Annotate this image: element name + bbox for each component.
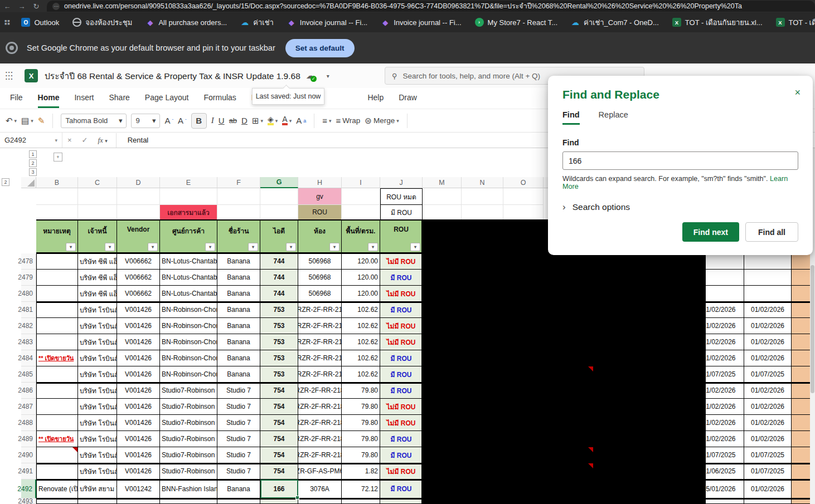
cell-G2[interactable] [260, 205, 298, 220]
cell-D2490[interactable]: V001426 [117, 447, 160, 463]
cell-E2479[interactable]: BN-Lotus-Chantabu [160, 270, 217, 286]
name-box[interactable]: G2492▾ [0, 133, 62, 148]
app-launcher-icon[interactable]: ••••••••• [6, 71, 17, 81]
site-info-icon[interactable]: ⋯ [52, 3, 60, 10]
cell-I2486[interactable]: 79.80 [342, 383, 380, 399]
cell-J2480[interactable]: ไม่มี ROU [380, 286, 423, 302]
row-header-2481[interactable]: 2481 [21, 302, 36, 318]
cell-G2490[interactable]: 754 [260, 447, 298, 463]
filter-button[interactable]: ▾ [329, 243, 339, 251]
bookmark-item[interactable]: ◆Invoice journal -- Fi... [381, 18, 461, 27]
cell-J2482[interactable]: ไม่มี ROU [380, 318, 423, 334]
outline-level-3[interactable]: 3 [29, 168, 37, 176]
cell-I2482[interactable]: 102.62 [342, 318, 380, 334]
cell-G2491[interactable]: 754 [260, 463, 298, 479]
cell-H1[interactable]: gv [298, 188, 342, 205]
header-b[interactable]: หมายเหตุ▾ [36, 220, 78, 253]
cell-H2483[interactable]: RZR-2F-RR-21 [298, 334, 342, 350]
bookmark-item[interactable]: XTOT - เดือนกันยายน.xl... [672, 17, 763, 28]
cell-T2480[interactable] [744, 286, 792, 302]
cell-B2[interactable] [36, 205, 78, 220]
cell-E2484[interactable]: BN-Robinson-Chonb [160, 350, 217, 366]
cell-I2491[interactable]: 1.82 [342, 463, 380, 479]
cell-T2490[interactable]: 01/07/2025 [744, 447, 792, 463]
cell-I2493[interactable] [342, 498, 380, 504]
cell-U2489[interactable] [792, 431, 811, 447]
enter-icon[interactable]: ✓ [82, 136, 88, 144]
cell-U2488[interactable] [792, 415, 811, 431]
cell-U2491[interactable] [792, 463, 811, 479]
cell-J2484[interactable]: มี ROU [380, 350, 423, 366]
cell-U2480[interactable] [792, 286, 811, 302]
cell-G2484[interactable]: 753 [260, 350, 298, 366]
italic-button[interactable]: I [211, 116, 214, 125]
col-header-O[interactable]: O [503, 177, 544, 188]
cell-G2486[interactable]: 754 [260, 383, 298, 399]
cell-N1[interactable] [462, 188, 503, 205]
cell-O2[interactable] [503, 205, 544, 220]
cell-H2489[interactable]: RZR-2F-RR-218 [298, 431, 342, 447]
row-header-2482[interactable]: 2482 [21, 318, 36, 334]
cell-E2487[interactable]: Studio7-Robinson C [160, 399, 217, 415]
borders-button[interactable]: ⊞ ▾ [252, 116, 263, 126]
strikethrough-button[interactable]: ab [229, 116, 237, 125]
find-input[interactable] [562, 151, 798, 170]
cell-T2489[interactable]: 01/02/2026 [744, 431, 792, 447]
cell-C2479[interactable]: บริษัท ซีพี แอ็ [78, 270, 117, 286]
cell-U2484[interactable] [792, 350, 811, 366]
font-color-button[interactable]: A ▾ [282, 116, 292, 125]
find-all-button[interactable]: Find all [745, 222, 798, 242]
cell-T2485[interactable]: 01/07/2025 [744, 366, 792, 383]
address-bar[interactable]: ⋯ onedrive.live.com/personal/909510833a3… [47, 1, 815, 12]
cell-E2485[interactable]: BN-Robinson-Chonb [160, 366, 217, 383]
cell-J1[interactable]: ROU หมด [380, 188, 423, 205]
filter-button[interactable]: ▾ [205, 243, 215, 251]
cell-B2493[interactable] [36, 498, 78, 504]
cell-B2487[interactable] [36, 399, 78, 415]
row-header-2490[interactable]: 2490 [21, 447, 36, 463]
tab-file[interactable]: File [10, 93, 23, 106]
cell-D2492[interactable]: V001242 [117, 479, 160, 498]
cell-C2486[interactable]: บริษัท โรบินส์ [78, 383, 117, 399]
row-header-2487[interactable]: 2487 [21, 399, 36, 415]
cell-E2488[interactable]: Studio7-Robinson C [160, 415, 217, 431]
cell-G2480[interactable]: 744 [260, 286, 298, 302]
col-header-D[interactable]: D [117, 177, 160, 188]
saved-cloud-icon[interactable]: ☁✓ [306, 71, 314, 81]
filter-button[interactable]: ▾ [410, 243, 420, 251]
col-header-G[interactable]: G [260, 177, 298, 188]
cell-B2480[interactable] [36, 286, 78, 302]
cell-T2487[interactable]: 01/02/2026 [744, 399, 792, 415]
cell-B2489[interactable]: ** เปิดขายวัน [36, 431, 78, 447]
cell-E2489[interactable]: Studio7-Robinson C [160, 431, 217, 447]
cell-G2487[interactable]: 754 [260, 399, 298, 415]
cell-G2478[interactable]: 744 [260, 253, 298, 270]
header-j[interactable]: ROU▾ [380, 220, 423, 253]
cell-E2483[interactable]: BN-Robinson-Chonb [160, 334, 217, 350]
cell-E2[interactable]: เอกสารมาแล้ว [160, 205, 217, 220]
tab-home[interactable]: Home [38, 93, 60, 108]
cell-T2488[interactable]: 01/02/2026 [744, 415, 792, 431]
cell-J2487[interactable]: ไม่มี ROU [380, 399, 423, 415]
cell-C2484[interactable]: บริษัท โรบินส์ [78, 350, 117, 366]
cell-F2485[interactable]: Banana [217, 366, 260, 383]
cell-F2484[interactable]: Banana [217, 350, 260, 366]
cell-C2488[interactable]: บริษัท โรบินส์ [78, 415, 117, 431]
cell-D2484[interactable]: V001426 [117, 350, 160, 366]
cell-D2489[interactable]: V001426 [117, 431, 160, 447]
scrollbar-thumb[interactable] [811, 265, 814, 393]
cell-T2493[interactable] [744, 498, 792, 504]
bookmark-item[interactable]: ◆All purchase orders... [145, 18, 227, 27]
font-name-select[interactable]: Tahoma Bold▾ [61, 114, 127, 128]
fill-handle[interactable] [295, 496, 299, 500]
cell-D2491[interactable]: V001426 [117, 463, 160, 479]
col-header-I[interactable]: I [342, 177, 380, 188]
cell-J2483[interactable]: ไม่มี ROU [380, 334, 423, 350]
cell-I2488[interactable]: 79.80 [342, 415, 380, 431]
cell-F2[interactable] [217, 205, 260, 220]
col-header-J[interactable]: J [380, 177, 423, 188]
tab-share[interactable]: Share [109, 93, 129, 106]
cell-I2484[interactable]: 102.62 [342, 350, 380, 366]
forward-icon[interactable]: → [14, 2, 29, 11]
cell-U2481[interactable] [792, 302, 811, 318]
